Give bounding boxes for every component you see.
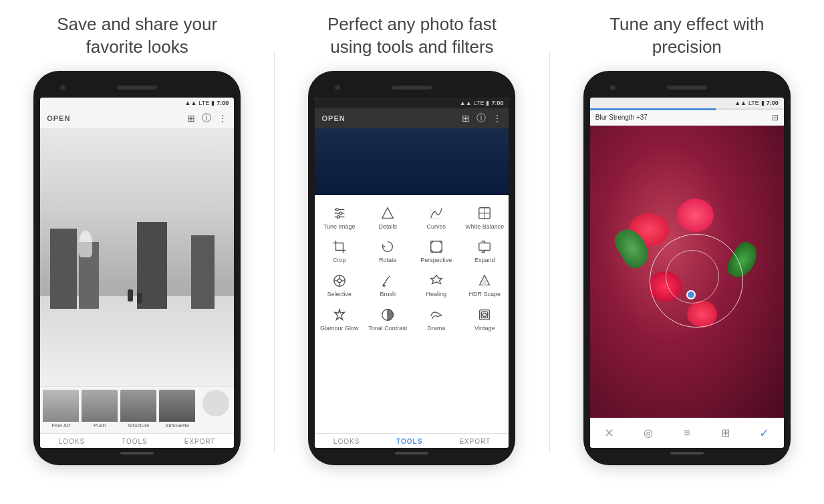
- tool-rotate[interactable]: Rotate: [364, 234, 412, 268]
- nav-looks-1[interactable]: LOOKS: [59, 438, 85, 445]
- look-push-label: Push: [82, 422, 118, 428]
- svg-rect-12: [430, 241, 442, 253]
- battery-icon: ▮: [211, 100, 215, 106]
- tool-wb-label: White Balance: [465, 223, 504, 231]
- phone2-status-bar: ▲▲ LTE ▮ 7:00: [315, 98, 509, 108]
- phone2-speaker: [392, 86, 432, 90]
- tool-rotate-label: Rotate: [379, 257, 397, 264]
- battery-icon-2: ▮: [486, 100, 489, 106]
- look-structure[interactable]: Structure: [120, 390, 156, 430]
- nav-tools-1[interactable]: TOOLS: [122, 438, 148, 445]
- signal-icon-3: ▲▲: [734, 100, 746, 106]
- phone3-top-bar: [590, 80, 784, 95]
- bottom-nav-2: LOOKS TOOLS EXPORT: [315, 433, 509, 448]
- look-silhouette[interactable]: Silhouette: [159, 390, 195, 430]
- more-vert-icon-2[interactable]: ⋮: [493, 113, 502, 124]
- look-structure-label: Structure: [120, 422, 156, 428]
- nav-export-2[interactable]: EXPORT: [459, 438, 491, 445]
- status-time: 7:00: [217, 100, 229, 106]
- tool-glamour-label: Glamour Glow: [320, 325, 359, 332]
- building-1: [50, 229, 77, 309]
- layers-icon-3[interactable]: ⊞: [716, 424, 735, 443]
- building-4: [191, 235, 215, 309]
- phone3-screen: ▲▲ LTE ▮ 7:00 Blur Strength +37 ⊟: [590, 98, 784, 448]
- nav-looks-2[interactable]: LOOKS: [333, 438, 360, 445]
- lte-label-3: LTE: [748, 100, 759, 106]
- tool-vintage-label: Vintage: [474, 325, 495, 332]
- look-fine-art[interactable]: Fine Art: [43, 390, 79, 430]
- split-view-icon[interactable]: ⊟: [772, 113, 779, 122]
- tool-curves[interactable]: Curves: [412, 201, 460, 235]
- info-icon-2[interactable]: ⓘ: [476, 112, 486, 124]
- layers-icon[interactable]: ⊞: [187, 113, 195, 124]
- close-button[interactable]: ✕: [600, 424, 619, 443]
- tools-grid: Tune Image Details C: [315, 195, 509, 342]
- phone1-status-bar: ▲▲ LTE ▮ 7:00: [40, 98, 234, 108]
- phone1-bottom-bar: [40, 451, 234, 456]
- info-icon[interactable]: ⓘ: [202, 112, 211, 124]
- battery-icon-3: ▮: [761, 100, 765, 106]
- tool-tune-image[interactable]: Tune Image: [315, 201, 364, 235]
- phone3-bottom-bar: [590, 451, 784, 456]
- panel3-title: Tune any effect with precision: [609, 13, 764, 59]
- phone-2: ▲▲ LTE ▮ 7:00 OPEN ⊞ ⓘ ⋮: [308, 71, 515, 465]
- tool-selective[interactable]: Selective: [315, 268, 364, 302]
- tool-vintage[interactable]: Vintage: [460, 302, 509, 336]
- tool-hdr-scape[interactable]: HDR Scape: [460, 268, 509, 302]
- blur-center-dot[interactable]: [686, 290, 696, 299]
- look-fine-art-label: Fine Art: [43, 422, 79, 428]
- tool-curves-label: Curves: [426, 223, 446, 231]
- city-scene: [40, 129, 234, 386]
- tool-perspective-label: Perspective: [420, 257, 452, 264]
- layers-icon-2[interactable]: ⊞: [462, 113, 470, 124]
- phone2-app-bar: OPEN ⊞ ⓘ ⋮: [315, 108, 509, 128]
- target-icon[interactable]: ◎: [639, 424, 658, 443]
- tool-perspective[interactable]: Perspective: [412, 234, 460, 268]
- panel-tools: Perfect any photo fast using tools and f…: [275, 0, 549, 465]
- tool-details[interactable]: Details: [364, 201, 412, 235]
- open-button[interactable]: OPEN: [47, 114, 70, 122]
- status-time-2: 7:00: [491, 100, 503, 106]
- checkmark-button[interactable]: ✓: [755, 424, 774, 443]
- phone-1: ▲▲ LTE ▮ 7:00 OPEN ⊞ ⓘ ⋮: [33, 71, 241, 465]
- tool-tune-label: Tune Image: [323, 223, 356, 231]
- tool-drama[interactable]: Drama: [412, 302, 460, 336]
- nav-tools-2[interactable]: TOOLS: [396, 438, 422, 445]
- home-indicator-2: [395, 452, 428, 455]
- tool-glamour-glow[interactable]: Glamour Glow: [315, 302, 364, 336]
- look-empty[interactable]: [198, 390, 234, 430]
- open-button-2[interactable]: OPEN: [321, 114, 345, 122]
- svg-point-5: [337, 215, 339, 218]
- more-vert-icon[interactable]: ⋮: [218, 113, 227, 124]
- svg-point-3: [335, 208, 338, 211]
- sliders-icon[interactable]: ≡: [678, 424, 696, 443]
- tools-panel: Tune Image Details C: [315, 195, 509, 448]
- tool-details-label: Details: [378, 223, 397, 231]
- tool-tonal-label: Tonal Contrast: [368, 325, 407, 332]
- snow-ground: [40, 296, 234, 386]
- phone1-camera: [60, 85, 65, 90]
- tool-crop[interactable]: Crop: [315, 234, 364, 268]
- phone3-speaker: [667, 86, 707, 90]
- nav-export-1[interactable]: EXPORT: [184, 438, 216, 445]
- tool-brush[interactable]: Brush: [364, 268, 412, 302]
- phone1-top-bar: [40, 80, 234, 95]
- svg-rect-13: [479, 243, 491, 251]
- phone3-status-bar: ▲▲ LTE ▮ 7:00: [590, 98, 784, 108]
- status-time-3: 7:00: [767, 100, 779, 106]
- phone-3: ▲▲ LTE ▮ 7:00 Blur Strength +37 ⊟: [583, 71, 791, 465]
- tool-healing-label: Healing: [426, 291, 446, 298]
- svg-point-4: [339, 212, 342, 215]
- tool-white-balance[interactable]: White Balance: [460, 201, 509, 235]
- phone2-top-bar: [315, 80, 509, 95]
- lte-label: LTE: [198, 100, 209, 106]
- svg-point-15: [337, 279, 341, 283]
- phone1-app-bar: OPEN ⊞ ⓘ ⋮: [40, 108, 234, 129]
- tool-expand[interactable]: Expand: [460, 234, 509, 268]
- home-indicator-1: [120, 452, 154, 455]
- tool-tonal-contrast[interactable]: Tonal Contrast: [364, 302, 412, 336]
- tool-healing[interactable]: Healing: [412, 268, 460, 302]
- blur-strength-label: Blur Strength +37: [595, 114, 648, 121]
- lte-label-2: LTE: [474, 100, 485, 106]
- look-push[interactable]: Push: [82, 390, 118, 430]
